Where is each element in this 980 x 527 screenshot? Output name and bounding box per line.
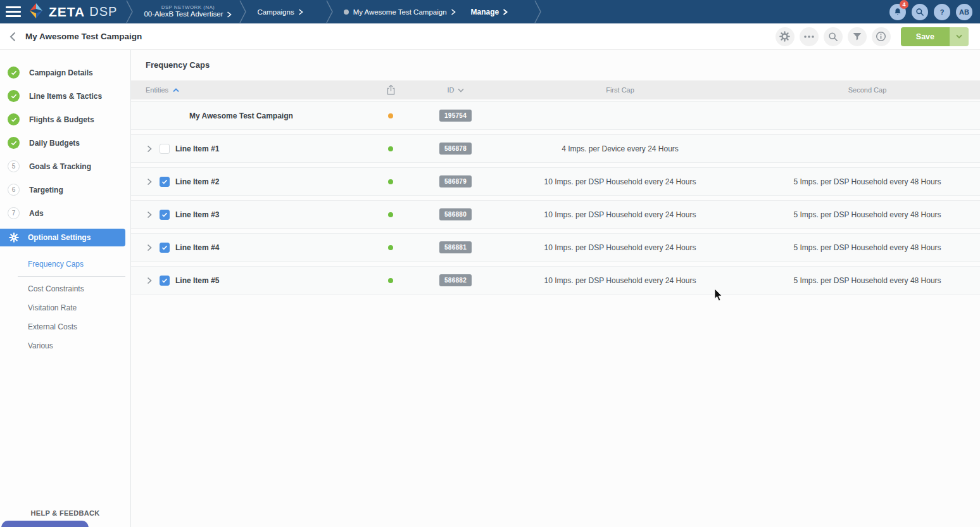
status-dot — [388, 113, 393, 118]
filter-button[interactable] — [848, 27, 867, 46]
network-label: DSP NETWORK (NA) — [161, 4, 215, 11]
search-button[interactable] — [824, 27, 843, 46]
sidebar-step-campaign-details[interactable]: Campaign Details — [0, 61, 130, 84]
save-dropdown-button[interactable] — [950, 27, 969, 46]
step-label: Line Items & Tactics — [29, 92, 102, 101]
id-badge: 195754 — [439, 110, 472, 122]
info-icon — [876, 31, 886, 42]
table-row[interactable]: My Awesome Test Campaign 195754 — [131, 101, 980, 130]
sidebar-step-daily-budgets[interactable]: Daily Budgets — [0, 131, 130, 155]
notifications-button[interactable]: 4 — [889, 4, 906, 20]
sidebar-sub-item-cost-constraints[interactable]: Cost Constraints — [0, 279, 130, 298]
expand-chevron-icon[interactable] — [145, 144, 154, 153]
column-header-second-cap[interactable]: Second Cap — [755, 86, 980, 94]
column-header-entities[interactable]: Entities — [131, 86, 356, 94]
table-row[interactable]: Line Item #2 586879 10 Imps. per DSP Hou… — [131, 167, 980, 196]
optional-settings-label: Optional Settings — [28, 233, 91, 242]
first-cap-value: 10 Imps. per DSP Household every 24 Hour… — [486, 177, 755, 186]
logo-brand-text: ZETA — [49, 4, 85, 20]
table-row[interactable]: Line Item #3 586880 10 Imps. per DSP Hou… — [131, 200, 980, 229]
breadcrumb-manage[interactable]: Manage — [463, 0, 516, 23]
id-badge: 586881 — [439, 241, 472, 253]
step-label: Goals & Tracking — [29, 162, 91, 171]
check-icon — [161, 245, 168, 250]
step-label: Targeting — [29, 186, 63, 194]
expand-chevron-icon[interactable] — [145, 177, 154, 186]
table-row[interactable]: Line Item #5 586882 10 Imps. per DSP Hou… — [131, 266, 980, 295]
row-checkbox[interactable] — [160, 243, 170, 253]
help-feedback-link[interactable]: HELP & FEEDBACK — [0, 509, 130, 517]
step-label: Ads — [29, 209, 44, 218]
sidebar-step-ads[interactable]: 7 Ads — [0, 201, 130, 225]
breadcrumb-separator — [126, 0, 136, 23]
hamburger-menu-icon[interactable] — [0, 0, 25, 23]
step-label: Daily Budgets — [29, 139, 80, 148]
column-header-id[interactable]: ID — [425, 86, 486, 94]
step-number-icon: 6 — [8, 184, 20, 196]
main-content: Frequency Caps Entities ID First Cap Sec… — [131, 50, 980, 527]
sidebar-step-line-items-tactics[interactable]: Line Items & Tactics — [0, 84, 130, 108]
row-checkbox[interactable] — [160, 276, 170, 286]
step-done-check-icon — [8, 113, 20, 125]
info-button[interactable] — [872, 27, 891, 46]
step-number-icon: 7 — [8, 207, 20, 219]
sidebar-sub-item-various[interactable]: Various — [0, 336, 130, 355]
search-icon — [915, 8, 924, 16]
gear-icon — [779, 31, 790, 42]
breadcrumb-campaign[interactable]: My Awesome Test Campaign — [336, 0, 463, 23]
help-button[interactable]: ? — [934, 4, 950, 20]
avatar-initials: AB — [959, 8, 969, 16]
column-header-export[interactable] — [356, 84, 425, 96]
chevron-right-icon — [227, 11, 232, 18]
sidebar-step-goals-tracking[interactable]: 5 Goals & Tracking — [0, 155, 130, 178]
table-row[interactable]: Line Item #4 586881 10 Imps. per DSP Hou… — [131, 233, 980, 262]
entity-name: Line Item #2 — [175, 177, 219, 186]
chat-widget-button[interactable] — [1, 521, 89, 527]
zeta-logo-icon — [28, 3, 44, 22]
entity-name: Line Item #1 — [175, 144, 219, 153]
global-search-button[interactable] — [912, 4, 928, 20]
sidebar-sub-item-frequency-caps[interactable]: Frequency Caps — [0, 255, 130, 274]
column-header-first-cap[interactable]: First Cap — [486, 86, 755, 94]
second-cap-value: 5 Imps. per DSP Household every 48 Hours — [755, 276, 980, 285]
step-done-check-icon — [8, 67, 20, 79]
more-options-button[interactable] — [800, 27, 819, 46]
expand-chevron-icon[interactable] — [145, 276, 154, 285]
table-header: Entities ID First Cap Second Cap — [131, 80, 980, 99]
status-dot — [388, 146, 393, 151]
row-checkbox[interactable] — [160, 210, 170, 220]
sidebar-sub-item-visitation-rate[interactable]: Visitation Rate — [0, 298, 130, 317]
zeta-dsp-logo[interactable]: ZETA DSP — [25, 3, 126, 22]
gear-icon — [9, 232, 19, 243]
manage-label: Manage — [471, 8, 499, 16]
expand-chevron-icon[interactable] — [145, 243, 154, 252]
id-badge: 586882 — [439, 274, 472, 286]
breadcrumb-advertiser[interactable]: DSP NETWORK (NA) 00-AlexB Test Advertise… — [136, 0, 239, 23]
breadcrumb-campaigns[interactable]: Campaigns — [249, 0, 310, 23]
first-cap-value: 10 Imps. per DSP Household every 24 Hour… — [486, 210, 755, 219]
sort-ascending-icon — [173, 88, 179, 92]
status-dot — [388, 212, 393, 217]
row-checkbox[interactable] — [160, 144, 170, 154]
sidebar-step-flights-budgets[interactable]: Flights & Budgets — [0, 108, 130, 131]
chevron-down-icon — [956, 34, 962, 39]
table-row[interactable]: Line Item #1 586878 4 Imps. per Device e… — [131, 134, 980, 163]
campaign-steps-sidebar: Campaign Details Line Items & Tactics Fl… — [0, 50, 131, 527]
sidebar-sub-item-external-costs[interactable]: External Costs — [0, 317, 130, 336]
expand-chevron-icon[interactable] — [145, 210, 154, 219]
bell-icon — [893, 7, 902, 16]
sidebar-item-optional-settings[interactable]: Optional Settings — [0, 229, 125, 246]
step-done-check-icon — [8, 137, 20, 149]
user-avatar[interactable]: AB — [956, 4, 972, 20]
settings-button[interactable] — [776, 27, 795, 46]
sidebar-step-targeting[interactable]: 6 Targeting — [0, 178, 130, 201]
entity-name: Line Item #5 — [175, 276, 219, 285]
filter-funnel-icon — [852, 32, 862, 42]
id-badge: 586878 — [439, 143, 472, 155]
back-button[interactable] — [0, 23, 25, 50]
id-badge: 586879 — [439, 175, 472, 187]
status-dot — [388, 278, 393, 283]
save-button[interactable]: Save — [901, 27, 950, 46]
row-checkbox[interactable] — [160, 177, 170, 187]
sort-descending-icon — [458, 88, 464, 92]
